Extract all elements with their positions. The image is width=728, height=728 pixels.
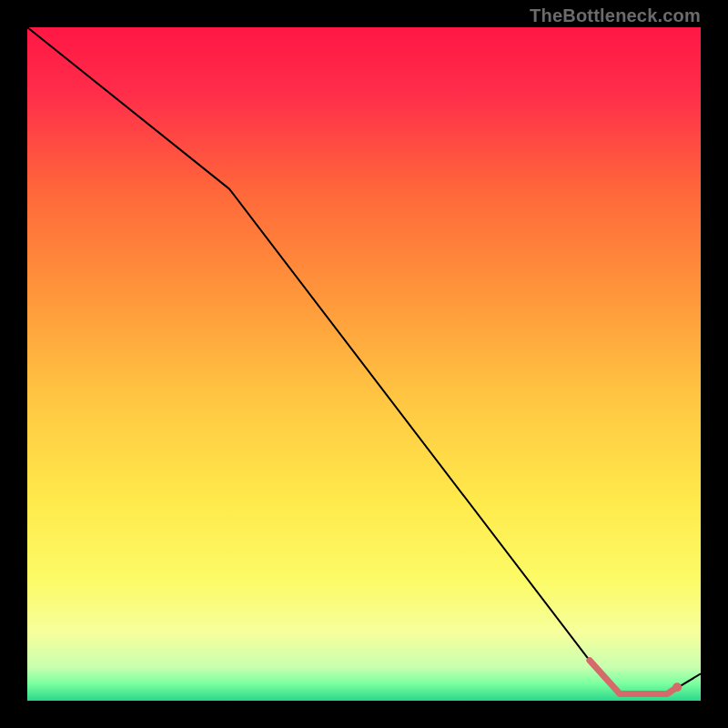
- plot-area: [27, 27, 701, 701]
- marker-end-dot: [672, 682, 682, 692]
- watermark-text: TheBottleneck.com: [530, 5, 701, 26]
- marker-layer: [672, 682, 682, 692]
- plot-svg: [27, 27, 701, 701]
- chart-stage: TheBottleneck.com: [0, 0, 728, 728]
